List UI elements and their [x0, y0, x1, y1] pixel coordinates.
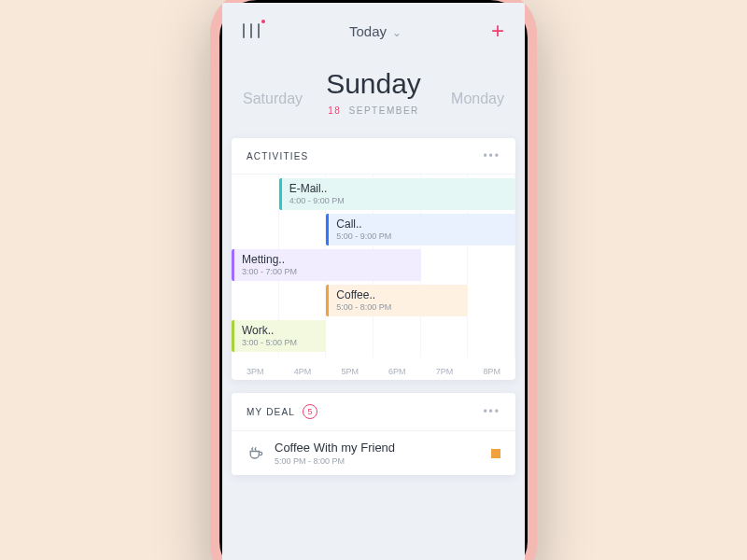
deals-more-icon[interactable]: ••• — [483, 405, 500, 418]
deals-title: MY DEAL — [247, 407, 295, 417]
event-time: 4:00 - 9:00 PM — [289, 196, 508, 205]
axis-label: 6PM — [374, 367, 421, 376]
event-title: Call.. — [336, 217, 508, 231]
event-title: Metting.. — [242, 253, 414, 266]
timeline-event[interactable]: E-Mail..4:00 - 9:00 PM — [279, 178, 515, 210]
deals-count: 5 — [308, 407, 313, 416]
event-title: Coffee.. — [336, 288, 460, 301]
prev-day[interactable]: Saturday — [243, 91, 303, 107]
deals-count-badge: 5 — [303, 404, 317, 419]
axis-label: 7PM — [421, 367, 469, 376]
deals-card-head: MY DEAL 5 ••• — [232, 393, 515, 431]
chevron-down-icon: ⌄ — [392, 26, 402, 39]
top-bar: Today ⌄ + — [222, 3, 525, 49]
view-selector[interactable]: Today ⌄ — [349, 23, 402, 39]
deal-item[interactable]: Coffee With my Friend 5:00 PM - 8:00 PM — [232, 431, 515, 475]
view-selector-label: Today — [349, 23, 387, 39]
phone-frame: Today ⌄ + Saturday Monday Sunday 18 SEPT… — [210, 0, 537, 560]
deal-item-time: 5:00 PM - 8:00 PM — [275, 456, 395, 466]
deals-card: MY DEAL 5 ••• Coffee Wit — [232, 393, 515, 475]
phone-bezel: Today ⌄ + Saturday Monday Sunday 18 SEPT… — [219, 0, 528, 560]
event-time: 5:00 - 9:00 PM — [336, 231, 508, 241]
menu-icon[interactable] — [243, 23, 260, 38]
deal-color-icon — [491, 449, 500, 458]
axis-label: 4PM — [279, 367, 327, 376]
timeline-event[interactable]: Metting..3:00 - 7:00 PM — [232, 249, 421, 281]
axis-label: 5PM — [326, 367, 374, 376]
event-time: 5:00 - 8:00 PM — [336, 302, 460, 312]
event-title: Work.. — [242, 324, 318, 337]
screen: Today ⌄ + Saturday Monday Sunday 18 SEPT… — [222, 3, 525, 560]
timeline[interactable]: 3PM4PM5PM6PM7PM8PM E-Mail..4:00 - 9:00 P… — [232, 175, 515, 380]
timeline-event[interactable]: Coffee..5:00 - 8:00 PM — [326, 285, 468, 316]
notification-dot-icon — [261, 20, 265, 23]
day-header: Saturday Monday Sunday 18 SEPTEMBER — [222, 49, 525, 125]
deal-item-title: Coffee With my Friend — [275, 441, 395, 455]
event-title: E-Mail.. — [289, 182, 508, 195]
axis-label: 8PM — [468, 367, 515, 376]
activities-title: ACTIVITIES — [247, 151, 308, 161]
event-time: 3:00 - 7:00 PM — [242, 267, 414, 276]
activities-card: ACTIVITIES ••• 3PM4PM5PM6PM7PM8PM E-Mail… — [232, 138, 515, 380]
activities-more-icon[interactable]: ••• — [483, 149, 500, 162]
timeline-event[interactable]: Work..3:00 - 5:00 PM — [232, 320, 326, 352]
event-time: 3:00 - 5:00 PM — [242, 338, 318, 347]
axis-label: 3PM — [232, 367, 279, 376]
activities-card-head: ACTIVITIES ••• — [232, 138, 515, 175]
timeline-event[interactable]: Call..5:00 - 9:00 PM — [326, 214, 515, 245]
add-button[interactable]: + — [491, 20, 504, 42]
timeline-axis: 3PM4PM5PM6PM7PM8PM — [232, 367, 515, 376]
next-day[interactable]: Monday — [451, 91, 504, 107]
coffee-icon — [247, 444, 265, 463]
